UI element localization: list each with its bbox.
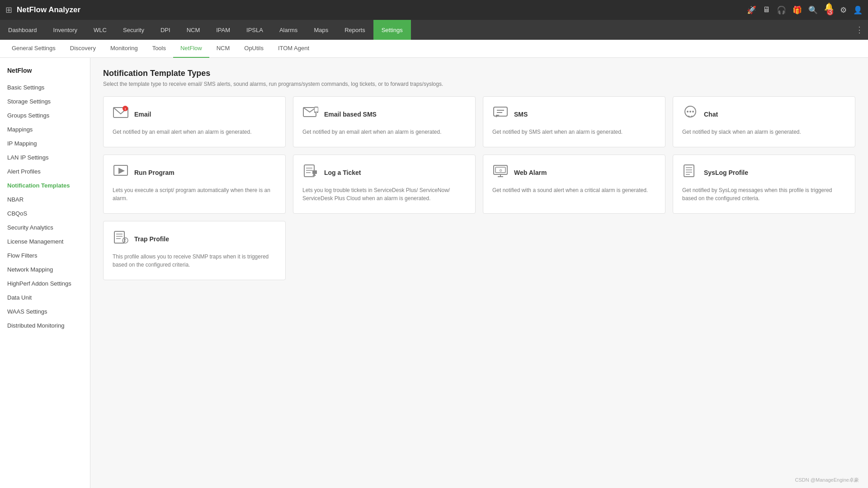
sidebar-item-basic-settings[interactable]: Basic Settings — [0, 80, 90, 94]
monitor-icon[interactable]: 🖥 — [763, 5, 770, 14]
log-ticket-icon — [302, 164, 319, 181]
card-chat-title: Chat — [704, 111, 718, 118]
card-trap-title: Trap Profile — [134, 235, 169, 243]
nav-wlc[interactable]: WLC — [85, 20, 115, 40]
watermark: CSDN @ManageEngine卓豪 — [795, 477, 859, 483]
topbar-right: 🚀 🖥 🎧 🎁 🔍 🔔 3 ⚙ 👤 — [747, 2, 863, 18]
card-syslog-title: SysLog Profile — [704, 169, 748, 176]
user-icon[interactable]: 👤 — [853, 5, 863, 15]
sidebar-item-highperf-addon-settings[interactable]: HighPerf Addon Settings — [0, 277, 90, 291]
card-sms[interactable]: SMS Get notified by SMS alert when an al… — [483, 96, 665, 147]
card-run-program-title: Run Program — [134, 169, 175, 176]
sidebar-title: NetFlow — [0, 62, 90, 80]
card-log-ticket-header: Log a Ticket — [302, 164, 466, 181]
nav-settings[interactable]: Settings — [373, 20, 411, 40]
svg-rect-21 — [312, 170, 317, 174]
nav-security[interactable]: Security — [115, 20, 152, 40]
subnav-discovery[interactable]: Discovery — [63, 40, 103, 58]
sidebar-item-flow-filters[interactable]: Flow Filters — [0, 249, 90, 263]
sidebar-item-distributed-monitoring[interactable]: Distributed Monitoring — [0, 319, 90, 333]
svg-point-13 — [689, 111, 691, 113]
card-chat-desc: Get notified by slack when an alarm is g… — [682, 128, 846, 136]
sidebar-item-lan-ip-settings[interactable]: LAN IP Settings — [0, 150, 90, 164]
trap-icon — [113, 230, 129, 247]
card-email[interactable]: ! Email Get notified by an email alert w… — [103, 96, 286, 147]
syslog-icon — [682, 164, 698, 181]
subnav-ncm[interactable]: NCM — [209, 40, 237, 58]
sidebar-item-cbqos[interactable]: CBQoS — [0, 206, 90, 221]
card-trap[interactable]: Trap Profile This profile allows you to … — [103, 221, 286, 280]
card-email-sms[interactable]: Email based SMS Get notified by an email… — [293, 96, 476, 147]
card-run-program[interactable]: Run Program Lets you execute a script/ p… — [103, 155, 286, 214]
nav-inventory[interactable]: Inventory — [45, 20, 85, 40]
card-web-alarm[interactable]: ⚙ Web Alarm Get notified with a sound al… — [483, 155, 665, 214]
card-email-title: Email — [134, 111, 151, 118]
gift-icon[interactable]: 🎁 — [793, 5, 802, 15]
sidebar-item-data-unit[interactable]: Data Unit — [0, 291, 90, 305]
grid-icon[interactable]: ⊞ — [5, 5, 12, 15]
subnav-tools[interactable]: Tools — [145, 40, 173, 58]
subnav-itom-agent[interactable]: ITOM Agent — [271, 40, 316, 58]
subnav: General Settings Discovery Monitoring To… — [0, 40, 868, 58]
search-icon[interactable]: 🔍 — [808, 5, 818, 15]
sms-icon — [492, 106, 509, 122]
sidebar-item-network-mapping[interactable]: Network Mapping — [0, 263, 90, 277]
nav-reports[interactable]: Reports — [336, 20, 373, 40]
card-log-ticket[interactable]: Log a Ticket Lets you log trouble ticket… — [293, 155, 476, 214]
card-trap-header: Trap Profile — [113, 230, 276, 247]
nav-alarms[interactable]: Alarms — [271, 20, 306, 40]
topbar-left: ⊞ NetFlow Analyzer — [5, 5, 80, 15]
nav-dpi[interactable]: DPI — [152, 20, 179, 40]
email-icon: ! — [113, 106, 129, 122]
web-alarm-icon: ⚙ — [492, 164, 509, 181]
headset-icon[interactable]: 🎧 — [777, 5, 786, 15]
sidebar-item-mappings[interactable]: Mappings — [0, 122, 90, 136]
main-content: Notification Template Types Select the t… — [90, 58, 868, 488]
page-title: Notification Template Types — [103, 69, 855, 78]
email-sms-icon — [302, 106, 319, 122]
nav-ncm[interactable]: NCM — [179, 20, 208, 40]
sidebar-item-storage-settings[interactable]: Storage Settings — [0, 94, 90, 108]
subnav-general-settings[interactable]: General Settings — [5, 40, 63, 58]
gear-icon[interactable]: ⚙ — [840, 5, 847, 15]
card-trap-desc: This profile allows you to receive SNMP … — [113, 253, 276, 269]
cards-grid: ! Email Get notified by an email alert w… — [103, 96, 855, 280]
rocket-icon[interactable]: 🚀 — [747, 5, 756, 15]
navbar-more-icon[interactable]: ⋮ — [851, 25, 868, 35]
sidebar-item-security-analytics[interactable]: Security Analytics — [0, 221, 90, 235]
svg-rect-28 — [684, 165, 694, 177]
svg-point-14 — [692, 111, 694, 113]
card-chat-header: Chat — [682, 106, 846, 122]
subnav-oputils[interactable]: OpUtils — [237, 40, 271, 58]
sidebar: NetFlow Basic Settings Storage Settings … — [0, 58, 90, 488]
subnav-netflow[interactable]: NetFlow — [173, 40, 209, 58]
sidebar-item-license-management[interactable]: License Management — [0, 235, 90, 249]
run-program-icon — [113, 164, 129, 181]
app-title: NetFlow Analyzer — [17, 5, 80, 14]
chat-icon — [682, 106, 698, 122]
sidebar-item-groups-settings[interactable]: Groups Settings — [0, 108, 90, 122]
sidebar-item-nbar[interactable]: NBAR — [0, 192, 90, 206]
card-run-program-desc: Lets you execute a script/ program autom… — [113, 186, 276, 202]
card-chat[interactable]: Chat Get notified by slack when an alarm… — [673, 96, 855, 147]
card-log-ticket-title: Log a Ticket — [324, 169, 361, 176]
nav-ipsla[interactable]: IPSLA — [238, 20, 271, 40]
card-sms-title: SMS — [514, 111, 528, 118]
card-email-sms-title: Email based SMS — [324, 111, 377, 118]
sidebar-item-ip-mapping[interactable]: IP Mapping — [0, 136, 90, 150]
topbar: ⊞ NetFlow Analyzer 🚀 🖥 🎧 🎁 🔍 🔔 3 ⚙ 👤 — [0, 0, 868, 20]
card-email-desc: Get notified by an email alert when an a… — [113, 128, 276, 136]
sidebar-item-notification-templates[interactable]: Notification Templates — [0, 178, 90, 192]
page-subtitle: Select the template type to receive emai… — [103, 81, 855, 87]
nav-ipam[interactable]: IPAM — [208, 20, 238, 40]
sidebar-item-alert-profiles[interactable]: Alert Profiles — [0, 164, 90, 178]
sidebar-item-waas-settings[interactable]: WAAS Settings — [0, 305, 90, 319]
nav-dashboard[interactable]: Dashboard — [0, 20, 45, 40]
subnav-monitoring[interactable]: Monitoring — [103, 40, 145, 58]
svg-text:⚙: ⚙ — [499, 169, 502, 173]
card-email-header: ! Email — [113, 106, 276, 122]
nav-maps[interactable]: Maps — [306, 20, 336, 40]
card-web-alarm-header: ⚙ Web Alarm — [492, 164, 656, 181]
card-syslog[interactable]: SysLog Profile Get notified by SysLog me… — [673, 155, 855, 214]
bell-wrapper[interactable]: 🔔 3 — [824, 2, 834, 18]
